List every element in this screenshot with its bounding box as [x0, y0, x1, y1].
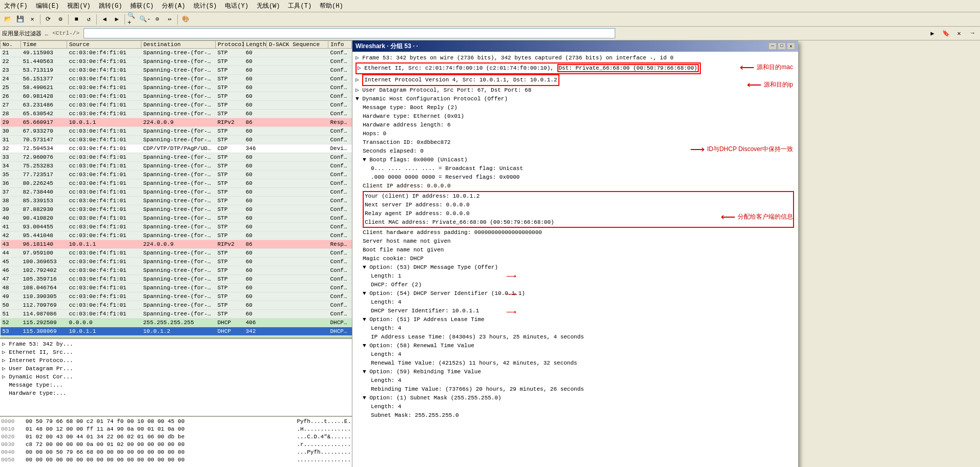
table-row[interactable]: 41 93.004455 cc:03:0e:f4:f1:01 Spanning-… — [1, 223, 352, 231]
detail-dhcp[interactable]: ▷ Dynamic Host Cor... — [1, 373, 351, 381]
detail-hwtype[interactable]: Hardware type:... — [1, 389, 351, 397]
popup-magic[interactable]: Magic cookie: DHCP — [355, 254, 796, 263]
popup-opt53-val[interactable]: DHCP: Offer (2) — [355, 281, 796, 289]
col-header-time[interactable]: Time — [21, 41, 67, 49]
col-header-dst[interactable]: Destination — [141, 41, 216, 49]
menu-analyze[interactable]: 分析(A) — [160, 1, 187, 11]
toolbar-resize[interactable]: ⇔ — [164, 14, 175, 25]
table-row[interactable]: 37 82.738440 cc:03:0e:f4:f1:01 Spanning-… — [1, 188, 352, 197]
table-row[interactable]: 24 56.151377 cc:03:0e:f4:f1:01 Spanning-… — [1, 75, 352, 83]
toolbar-save[interactable]: 💾 — [14, 14, 26, 25]
filter-clear[interactable]: ✕ — [953, 28, 965, 39]
detail-msgtype[interactable]: Message type:... — [1, 381, 351, 389]
toolbar-stop[interactable]: ■ — [71, 14, 82, 25]
col-header-info[interactable]: Info — [328, 41, 352, 49]
table-row[interactable]: 34 75.253283 cc:03:0e:f4:f1:01 Spanning-… — [1, 162, 352, 171]
menu-capture[interactable]: 捕获(C) — [128, 1, 156, 11]
table-row[interactable]: 39 87.882930 cc:03:0e:f4:f1:01 Spanning-… — [1, 205, 352, 214]
popup-maximize[interactable]: □ — [778, 43, 786, 50]
popup-sname[interactable]: Server host name not given — [355, 237, 796, 246]
toolbar-restart[interactable]: ↺ — [83, 14, 94, 25]
popup-opt59-val[interactable]: Rebinding Time Value: (73766s) 20 hours,… — [355, 385, 796, 394]
table-row[interactable]: 40 90.410820 cc:03:0e:f4:f1:01 Spanning-… — [1, 214, 352, 223]
table-row[interactable]: 43 96.181140 10.0.1.1 224.0.0.9 RIPv2 86… — [1, 240, 352, 249]
col-header-proto[interactable]: Protocol — [216, 41, 244, 49]
detail-eth[interactable]: ▷ Ethernet II, Src... — [1, 348, 351, 356]
detail-udp[interactable]: ▷ User Datagram Pr... — [1, 365, 351, 373]
table-row[interactable]: 36 80.226245 cc:03:0e:f4:f1:01 Spanning-… — [1, 179, 352, 188]
toolbar-close[interactable]: ✕ — [27, 14, 38, 25]
popup-opt51[interactable]: ▼ Option: (51) IP Address Lease Time — [355, 315, 796, 324]
popup-opt51-len[interactable]: Length: 4 — [355, 324, 796, 333]
popup-minimize[interactable]: ─ — [768, 43, 777, 50]
table-row[interactable]: 38 85.339153 cc:03:0e:f4:f1:01 Spanning-… — [1, 197, 352, 205]
menu-phone[interactable]: 电话(Y) — [223, 1, 251, 11]
popup-opt59-len[interactable]: Length: 4 — [355, 376, 796, 385]
filter-apply[interactable]: → — [967, 28, 978, 39]
toolbar-cap-opts[interactable]: ⚙ — [55, 14, 66, 25]
popup-opt58-val[interactable]: Renewal Time Value: (42152s) 11 hours, 4… — [355, 359, 796, 368]
popup-flags[interactable]: ▼ Bootp flags: 0x0000 (Unicast) — [355, 156, 796, 164]
col-header-len[interactable]: Length — [244, 41, 267, 49]
popup-opt58-len[interactable]: Length: 4 — [355, 350, 796, 359]
popup-rsvd[interactable]: .000 0000 0000 0000 = Reserved flags: 0x… — [355, 173, 796, 182]
menu-goto[interactable]: 跳转(G) — [97, 1, 124, 11]
table-row[interactable]: 52 115.292509 0.0.0.0 255.255.255.255 DH… — [1, 319, 352, 327]
table-row[interactable]: 32 72.504534 cc:03:0e:f4:f1:01 CDP/VTP/D… — [1, 144, 352, 153]
table-row[interactable]: 48 108.046764 cc:03:0e:f4:f1:01 Spanning… — [1, 284, 352, 292]
table-row[interactable]: 27 63.231486 cc:03:0e:f4:f1:01 Spanning-… — [1, 101, 352, 110]
table-row[interactable]: 29 65.660917 10.0.1.1 224.0.0.9 RIPv2 86… — [1, 118, 352, 127]
popup-hops[interactable]: Hops: 0 — [355, 130, 796, 138]
popup-opt58[interactable]: ▼ Option: (58) Renewal Time Value — [355, 342, 796, 350]
table-row[interactable]: 30 67.933270 cc:03:0e:f4:f1:01 Spanning-… — [1, 127, 352, 136]
popup-yiaddr[interactable]: Your (client) IP address: 10.0.1.2 — [364, 192, 793, 201]
table-row[interactable]: 46 102.792402 cc:03:0e:f4:f1:01 Spanning… — [1, 266, 352, 275]
menu-tools[interactable]: 工具(T) — [286, 1, 314, 11]
toolbar-reload[interactable]: ⟳ — [43, 14, 54, 25]
table-row[interactable]: 50 112.709769 cc:03:0e:f4:f1:01 Spanning… — [1, 301, 352, 310]
table-row[interactable]: 25 58.490621 cc:03:0e:f4:f1:01 Spanning-… — [1, 83, 352, 92]
popup-close[interactable]: ✕ — [787, 43, 795, 50]
table-row[interactable]: 28 65.630542 cc:03:0e:f4:f1:01 Spanning-… — [1, 110, 352, 118]
table-row[interactable]: 47 105.359716 cc:03:0e:f4:f1:01 Spanning… — [1, 275, 352, 284]
popup-opt54[interactable]: ▼ Option: (54) DHCP Server Identifier (1… — [355, 289, 796, 298]
table-row[interactable]: 31 70.573147 cc:03:0e:f4:f1:01 Spanning-… — [1, 136, 352, 144]
table-row[interactable]: 42 95.441048 cc:03:0e:f4:f1:01 Spanning-… — [1, 231, 352, 240]
table-row[interactable]: 21 49.115903 cc:03:0e:f4:f1:01 Spanning-… — [1, 49, 352, 57]
popup-msgtype[interactable]: Message type: Boot Reply (2) — [355, 103, 796, 112]
popup-opt54-len[interactable]: Length: 4 — [355, 298, 796, 307]
popup-line-ip[interactable]: ▷ Internet Protocol Version 4, Src: 10.0… — [355, 74, 796, 86]
menu-stats[interactable]: 统计(S) — [192, 1, 219, 11]
popup-opt1-val[interactable]: Subnet Mask: 255.255.255.0 — [355, 411, 796, 420]
toolbar-zoom-out[interactable]: 🔍- — [139, 14, 151, 25]
table-row[interactable]: 49 110.390305 cc:03:0e:f4:f1:01 Spanning… — [1, 292, 352, 301]
table-row[interactable]: 51 114.987086 cc:03:0e:f4:f1:01 Spanning… — [1, 310, 352, 319]
popup-opt54-val[interactable]: DHCP Server Identifier: 10.0.1.1 — [355, 307, 796, 315]
menu-wireless[interactable]: 无线(W) — [255, 1, 282, 11]
popup-siaddr[interactable]: Next server IP address: 0.0.0.0 — [364, 201, 793, 209]
toolbar-zoom-reset[interactable]: ⊙ — [152, 14, 163, 25]
popup-hwtype[interactable]: Hardware type: Ethernet (0x01) — [355, 112, 796, 121]
popup-line-eth[interactable]: ▷ Ethernet II, Src: c2:01:74:f0:00:10 (c… — [355, 62, 796, 74]
popup-opt1-len[interactable]: Length: 4 — [355, 402, 796, 411]
popup-ciaddr[interactable]: Client IP address: 0.0.0.0 — [355, 182, 796, 190]
table-row[interactable]: 22 51.440563 cc:03:0e:f4:f1:01 Spanning-… — [1, 57, 352, 66]
popup-opt1[interactable]: ▼ Option: (1) Subnet Mask (255.255.255.0… — [355, 394, 796, 402]
table-row[interactable]: 35 77.723517 cc:03:0e:f4:f1:01 Spanning-… — [1, 171, 352, 179]
toolbar-prev[interactable]: ◀ — [99, 14, 110, 25]
toolbar-coloring[interactable]: 🎨 — [180, 14, 191, 25]
popup-line-dhcp[interactable]: ▼ Dynamic Host Configuration Protocol (O… — [355, 95, 796, 103]
menu-help[interactable]: 帮助(H) — [318, 1, 345, 11]
table-row[interactable]: 23 53.713119 cc:03:0e:f4:f1:01 Spanning-… — [1, 66, 352, 75]
table-row[interactable]: 53 115.308069 10.0.1.1 10.0.1.2 DHCP 342… — [1, 327, 352, 336]
filter-input[interactable] — [84, 28, 615, 38]
popup-bcast[interactable]: 0... .... .... .... = Broadcast flag: Un… — [355, 164, 796, 173]
col-header-no[interactable]: No. — [1, 41, 21, 49]
popup-opt51-val[interactable]: IP Address Lease Time: (84304s) 23 hours… — [355, 333, 796, 342]
popup-chaddr-pad[interactable]: Client hardware address padding: 0000000… — [355, 228, 796, 237]
popup-opt53-len[interactable]: Length: 1 — [355, 272, 796, 281]
menu-edit[interactable]: 编辑(E) — [34, 1, 61, 11]
filter-arrow-right[interactable]: ▶ — [927, 28, 938, 39]
popup-file[interactable]: Boot file name not given — [355, 246, 796, 254]
popup-opt59[interactable]: ▼ Option: (59) Rebinding Time Value — [355, 368, 796, 376]
